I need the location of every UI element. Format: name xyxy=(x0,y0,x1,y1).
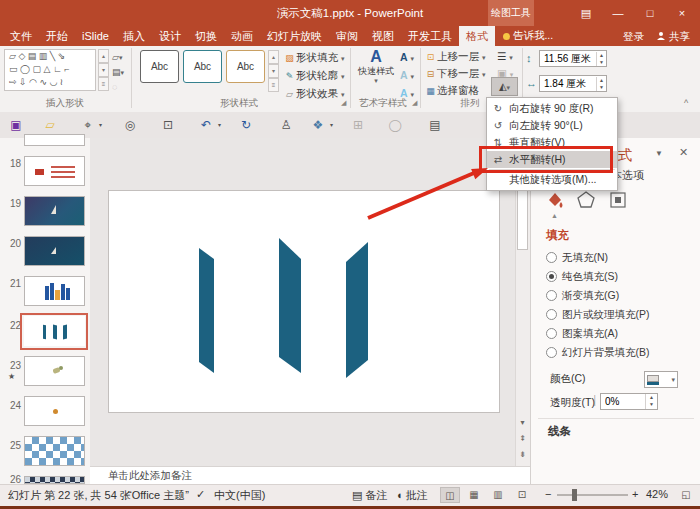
transparency-spinner[interactable]: ▲▼ xyxy=(645,394,657,409)
shape-gallery[interactable]: ▱ ◇ ▤ ▥ ╲ ⇘ ▭ ◯ ▢ △ ∟ ⌐ ⇨ ⇩ ◠ ∿ ◡ ≀ xyxy=(4,49,96,91)
fill-section-header[interactable]: 填充 xyxy=(546,228,569,243)
tab-file[interactable]: 文件 xyxy=(3,26,39,46)
stamp-icon[interactable]: ♙ xyxy=(276,116,296,134)
fit-to-window-icon[interactable]: ◱ xyxy=(676,487,696,503)
shape-fill-button[interactable]: ▨形状填充 ▾ xyxy=(283,49,344,65)
radio-no-fill[interactable] xyxy=(546,252,557,263)
redo-icon[interactable]: ↻ xyxy=(236,116,256,134)
radio-background-fill[interactable] xyxy=(546,347,557,358)
gallery-more-icon[interactable]: ≡ xyxy=(98,77,109,91)
align-button[interactable]: ☰ ▾ xyxy=(497,48,513,64)
touch-mode-icon[interactable]: ⌖ xyxy=(78,116,98,134)
slide-canvas[interactable] xyxy=(108,190,500,413)
shape-gallery-scrollbar[interactable]: ▴ ▾ ≡ xyxy=(98,49,109,91)
tab-animations[interactable]: 动画 xyxy=(224,26,260,46)
ribbon-display-options-icon[interactable]: ▤ xyxy=(572,0,600,26)
restore-icon[interactable]: □ xyxy=(636,0,664,26)
share-button[interactable]: 共享 xyxy=(652,26,700,46)
fill-bucket-icon[interactable] xyxy=(545,190,565,210)
slide-23-thumbnail[interactable] xyxy=(24,356,85,386)
tab-slideshow[interactable]: 幻灯片放映 xyxy=(260,26,329,46)
previous-slide-icon[interactable]: ⇞ xyxy=(515,434,530,443)
option-no-fill[interactable]: 无填充(N) xyxy=(562,251,608,265)
zoom-slider-thumb[interactable] xyxy=(572,489,577,501)
rotate-button[interactable]: ◭▾ xyxy=(491,77,518,96)
zoom-slider-track[interactable] xyxy=(557,494,628,496)
print-preview-icon[interactable]: ◎ xyxy=(120,116,140,134)
shapes-icon[interactable]: ❖ xyxy=(308,116,328,134)
sign-in-button[interactable]: 登录 xyxy=(615,26,652,46)
tab-insert[interactable]: 插入 xyxy=(116,26,152,46)
textbox-icon[interactable]: ▤ xyxy=(425,116,445,134)
tab-home[interactable]: 开始 xyxy=(39,26,75,46)
notes-placeholder[interactable]: 单击此处添加备注 xyxy=(108,469,192,483)
shape-height-field[interactable]: ▲▼ xyxy=(539,50,607,67)
tab-design[interactable]: 设计 xyxy=(152,26,188,46)
dialog-launcher-icon[interactable]: ◢ xyxy=(341,99,346,107)
normal-view-icon[interactable]: ◫ xyxy=(440,487,460,503)
text-outline-button[interactable]: A ▾ xyxy=(400,67,414,83)
text-box-button[interactable]: ▤▾ xyxy=(112,65,124,80)
size-properties-icon[interactable] xyxy=(608,190,628,210)
slideshow-view-icon[interactable]: ⊡ xyxy=(512,487,532,503)
transparency-slider[interactable]: ⏐ xyxy=(592,395,598,407)
dialog-launcher-icon[interactable]: ◢ xyxy=(412,99,417,107)
option-picture-fill[interactable]: 图片或纹理填充(P) xyxy=(562,308,650,322)
width-spinner[interactable]: ▲▼ xyxy=(596,77,606,91)
scroll-up-icon[interactable]: ▴ xyxy=(268,50,279,64)
bar-shape-1[interactable] xyxy=(199,248,214,373)
menu-item-rotate-right[interactable]: ↻向右旋转 90 度(R) xyxy=(487,100,617,117)
quick-styles-button[interactable]: A 快速样式 ▾ xyxy=(356,48,396,85)
radio-gradient-fill[interactable] xyxy=(546,290,557,301)
shape-height-input[interactable] xyxy=(540,53,596,64)
zoom-out-icon[interactable]: − xyxy=(545,488,551,500)
edit-shape-button[interactable]: ▱▾ xyxy=(112,50,122,65)
scroll-up-icon[interactable]: ▴ xyxy=(98,49,109,63)
tab-transitions[interactable]: 切换 xyxy=(188,26,224,46)
effects-pentagon-icon[interactable] xyxy=(576,190,596,210)
send-backward-button[interactable]: ⊟下移一层 ▾ xyxy=(424,65,485,81)
slide-17-thumbnail-partial[interactable] xyxy=(24,134,85,146)
slide-22-thumbnail-selected[interactable] xyxy=(24,316,85,346)
shape-gallery-row[interactable]: ▱ ◇ ▤ ▥ ╲ ⇘ xyxy=(5,50,95,63)
next-slide-icon[interactable]: ⇟ xyxy=(515,450,530,459)
pane-close-icon[interactable]: ✕ xyxy=(679,146,688,159)
scroll-down-icon[interactable]: ▾ xyxy=(98,63,109,77)
close-icon[interactable]: × xyxy=(668,0,696,26)
undo-icon[interactable]: ↶ xyxy=(196,116,216,134)
shape-group-three-bars[interactable] xyxy=(109,191,501,414)
tab-format-active[interactable]: 格式 xyxy=(459,26,495,46)
proofing-icon[interactable]: ✓ xyxy=(196,488,205,501)
drawing-tools-context-tab[interactable]: 绘图工具 xyxy=(488,0,534,26)
slide-sorter-view-icon[interactable]: ▦ xyxy=(464,487,484,503)
bar-shape-3[interactable] xyxy=(346,242,368,378)
scroll-down-icon[interactable]: ▾ xyxy=(268,64,279,78)
text-fill-button[interactable]: A ▾ xyxy=(400,49,414,65)
transparency-field[interactable]: ▲▼ xyxy=(600,393,658,410)
shape-width-input[interactable] xyxy=(540,78,596,89)
color-picker-button[interactable]: ▾ xyxy=(644,371,678,388)
scroll-down-icon[interactable]: ▾ xyxy=(515,418,530,427)
shape-outline-button[interactable]: ✎形状轮廓 ▾ xyxy=(283,67,344,83)
shape-style-preview-3[interactable]: Abc xyxy=(226,50,265,83)
slide-20-thumbnail[interactable] xyxy=(24,236,85,266)
pane-options-chevron-icon[interactable]: ▼ xyxy=(655,149,663,158)
save-icon[interactable]: ▣ xyxy=(6,116,26,134)
tab-islide[interactable]: iSlide xyxy=(75,26,116,46)
minimize-icon[interactable]: — xyxy=(604,0,632,26)
styles-more-icon[interactable]: ≡ xyxy=(268,78,279,92)
reading-view-icon[interactable]: ▥ xyxy=(488,487,508,503)
slideshow-icon[interactable]: ⊡ xyxy=(158,116,178,134)
menu-item-rotate-left[interactable]: ↺向左旋转 90°(L) xyxy=(487,117,617,134)
height-spinner[interactable]: ▲▼ xyxy=(596,52,606,66)
slide-19-thumbnail[interactable] xyxy=(24,196,85,226)
open-folder-icon[interactable]: ▱ xyxy=(40,116,60,134)
option-gradient-fill[interactable]: 渐变填充(G) xyxy=(562,289,619,303)
shape-style-preview-2[interactable]: Abc xyxy=(183,50,222,83)
slide-24-thumbnail[interactable] xyxy=(24,396,85,426)
tell-me-box[interactable]: 告诉我... xyxy=(495,26,561,46)
slide-18-thumbnail[interactable] xyxy=(24,156,85,186)
tab-view[interactable]: 视图 xyxy=(365,26,401,46)
shape-gallery-row[interactable]: ▭ ◯ ▢ △ ∟ ⌐ xyxy=(5,63,95,76)
slide-26-thumbnail-partial[interactable] xyxy=(24,476,85,484)
